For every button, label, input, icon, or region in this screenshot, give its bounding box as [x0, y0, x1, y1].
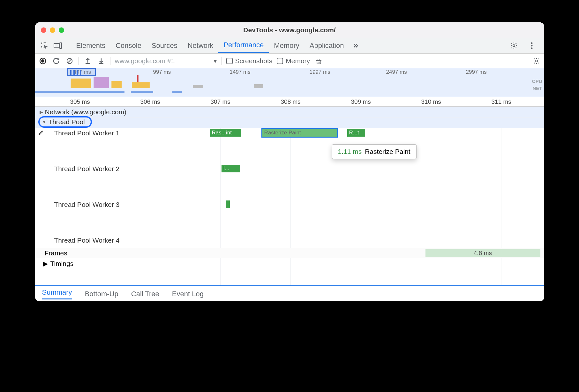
details-tab-summary[interactable]: Summary — [42, 288, 72, 299]
overview-network — [35, 91, 544, 94]
flame-event[interactable]: Rasterize Paint — [262, 129, 337, 137]
overview-side-labels: CPU NET — [532, 78, 542, 92]
tab-application[interactable]: Application — [305, 38, 349, 53]
thread-pool-section-label: Thread Pool — [48, 118, 85, 126]
garbage-collect-icon[interactable] — [314, 57, 323, 65]
frame-bar[interactable]: 4.8 ms — [425, 249, 540, 257]
separator — [222, 57, 222, 65]
svg-point-5 — [531, 45, 532, 46]
titlebar: DevTools - www.google.com/ — [35, 22, 544, 38]
fullscreen-icon[interactable] — [59, 27, 64, 33]
details-tab-bottom-up[interactable]: Bottom-Up — [85, 290, 118, 298]
thread-pool-worker-track[interactable]: Thread Pool Worker 4 — [35, 236, 544, 248]
viewport-handle-right[interactable] — [80, 70, 81, 75]
svg-rect-2 — [60, 43, 62, 49]
viewport-handle[interactable] — [77, 70, 78, 75]
details-tab-event-log[interactable]: Event Log — [172, 290, 204, 298]
flame-event[interactable]: I... — [222, 165, 240, 172]
worker-label: Thread Pool Worker 2 — [35, 164, 544, 174]
frames-label: Frames — [45, 249, 67, 257]
ruler-tick: 307 ms — [211, 98, 230, 105]
devtools-window: DevTools - www.google.com/ ElementsConso… — [35, 22, 544, 301]
svg-point-6 — [531, 47, 532, 49]
tooltip-duration: 1.11 ms — [338, 148, 362, 155]
tab-network[interactable]: Network — [183, 38, 219, 53]
timings-label: Timings — [50, 260, 74, 268]
more-tabs-icon[interactable] — [351, 41, 360, 50]
clear-icon[interactable] — [65, 57, 74, 65]
inspect-icon[interactable] — [40, 41, 49, 50]
details-tab-call-tree[interactable]: Call Tree — [131, 290, 159, 298]
window-title: DevTools - www.google.com/ — [35, 26, 544, 34]
overview-flame — [35, 75, 544, 88]
worker-label: Thread Pool Worker 3 — [35, 200, 544, 209]
thread-pool-worker-track[interactable]: Thread Pool Worker 1Ras...intRasterize P… — [35, 128, 544, 164]
network-section-label: Network (www.google.com) — [45, 108, 127, 116]
profile-selector-text: www.google.com #1 — [115, 57, 175, 65]
ruler-tick: 310 ms — [421, 98, 441, 105]
flame-event[interactable] — [226, 200, 230, 208]
profile-selector[interactable]: www.google.com #1 ▾ — [115, 57, 217, 65]
svg-rect-17 — [193, 85, 203, 88]
network-section-header[interactable]: ▶ Network (www.google.com) — [35, 107, 544, 117]
tab-elements[interactable]: Elements — [71, 38, 111, 53]
overview-viewport[interactable] — [67, 68, 96, 76]
svg-point-11 — [536, 60, 538, 62]
tab-performance[interactable]: Performance — [218, 38, 269, 53]
panel-tabbar: ElementsConsoleSourcesNetworkPerformance… — [35, 38, 544, 54]
svg-rect-12 — [71, 79, 91, 88]
chevron-down-icon: ▼ — [42, 119, 47, 124]
event-tooltip: 1.11 ms Rasterize Paint — [332, 144, 417, 159]
kebab-menu-icon[interactable] — [527, 41, 537, 50]
timeline-overview[interactable]: 497 ms997 ms1497 ms1997 ms2497 ms2997 ms — [35, 68, 544, 97]
overview-tick: 1997 ms — [310, 69, 330, 75]
overview-tick: 1497 ms — [230, 69, 251, 75]
performance-toolbar: www.google.com #1 ▾ Screenshots Memory — [35, 54, 544, 68]
frames-row[interactable]: Frames 4.8 ms — [35, 248, 544, 258]
minimize-icon[interactable] — [50, 27, 55, 33]
memory-checkbox[interactable]: Memory — [277, 57, 310, 65]
timings-section-header[interactable]: ▶ Timings — [35, 258, 544, 269]
timeline-ruler[interactable]: 305 ms306 ms307 ms308 ms309 ms310 ms311 … — [35, 97, 544, 107]
memory-label: Memory — [286, 57, 310, 65]
settings-icon[interactable] — [509, 41, 519, 50]
traffic-lights — [41, 27, 64, 33]
reload-icon[interactable] — [52, 57, 61, 65]
highlighted-section-marker: ▼ Thread Pool — [38, 116, 92, 128]
ruler-tick: 311 ms — [492, 98, 511, 105]
chevron-right-icon: ▶ — [43, 260, 48, 268]
flamechart[interactable]: ▶ Network (www.google.com) ▼ Thread Pool… — [35, 107, 544, 285]
capture-settings-icon[interactable] — [532, 57, 541, 65]
ruler-tick: 308 ms — [281, 98, 301, 105]
thread-pool-section-header[interactable]: ▼ Thread Pool — [35, 117, 544, 128]
flame-event[interactable]: R...t — [347, 129, 365, 137]
device-toggle-icon[interactable] — [53, 41, 63, 50]
viewport-handle[interactable] — [73, 70, 75, 75]
svg-rect-14 — [111, 81, 122, 88]
separator — [68, 41, 68, 50]
viewport-handle-left[interactable] — [70, 70, 71, 75]
screenshots-checkbox[interactable]: Screenshots — [226, 57, 273, 65]
tab-sources[interactable]: Sources — [147, 38, 183, 53]
screenshots-label: Screenshots — [235, 57, 273, 65]
ruler-tick: 306 ms — [140, 98, 160, 105]
record-icon[interactable] — [38, 57, 47, 65]
svg-rect-18 — [254, 84, 263, 88]
close-icon[interactable] — [41, 27, 46, 33]
edit-icon[interactable] — [38, 130, 44, 135]
thread-pool-worker-track[interactable]: Thread Pool Worker 2I... — [35, 164, 544, 200]
separator — [79, 57, 79, 65]
svg-rect-16 — [132, 82, 150, 88]
flame-event[interactable]: Ras...int — [210, 129, 241, 137]
upload-icon[interactable] — [83, 57, 92, 65]
thread-pool-worker-track[interactable]: Thread Pool Worker 3 — [35, 200, 544, 236]
details-tabbar: SummaryBottom-UpCall TreeEvent Log — [35, 285, 544, 301]
chevron-right-icon: ▶ — [40, 109, 43, 115]
worker-label: Thread Pool Worker 4 — [35, 236, 544, 245]
tab-memory[interactable]: Memory — [269, 38, 304, 53]
frame-duration: 4.8 ms — [474, 250, 492, 257]
overview-tick: 2497 ms — [386, 69, 407, 75]
svg-point-4 — [531, 42, 532, 44]
tab-console[interactable]: Console — [110, 38, 147, 53]
download-icon[interactable] — [97, 57, 106, 65]
